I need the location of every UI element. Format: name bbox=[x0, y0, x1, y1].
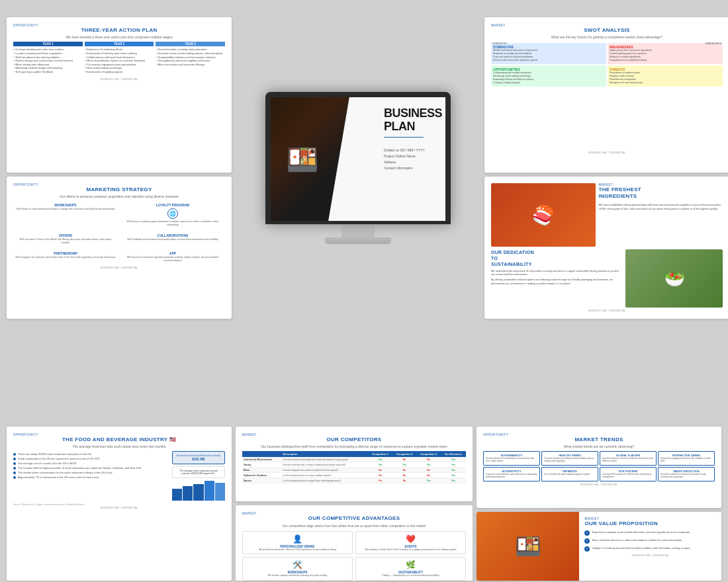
bottom-section: OPPORTUNITY THE FOOD AND BEVERAGE INDUST… bbox=[7, 427, 721, 575]
bar-4 bbox=[205, 481, 214, 501]
trend-authenticity: AUTHENTICITY Customers seek authentic su… bbox=[483, 467, 540, 481]
table-row: Menu Is there a separate menu section fo… bbox=[242, 468, 466, 473]
freshest-title: THE FRESHESTINGREDIENTS bbox=[599, 187, 723, 200]
right-bottom: OPPORTUNITY MARKET TRENDS What market tr… bbox=[477, 427, 721, 581]
monitor-base bbox=[325, 237, 391, 244]
stat-dot bbox=[13, 476, 16, 479]
stat-dot bbox=[13, 453, 16, 456]
year-1-content: Concept development and menu creation Lo… bbox=[13, 46, 83, 75]
trend-text: Leverage POS solutions for efficient ord… bbox=[602, 474, 654, 479]
slide-freshest-ingredients: 🍣 MARKET THE FRESHESTINGREDIENTS We have… bbox=[484, 177, 728, 319]
food-chart: Revenue for the Sushi Restaurant industr… bbox=[172, 451, 225, 501]
bar-5 bbox=[215, 483, 225, 501]
adv-icon-sustainability: 🌿 bbox=[359, 560, 463, 569]
three-year-subtitle: We have devised a three-year action plan… bbox=[13, 35, 225, 39]
year-item: Increase events (sushi-making classes, t… bbox=[156, 52, 224, 56]
loyalty-title: LOYALTY PROGRAM bbox=[122, 203, 223, 207]
bp-divider bbox=[384, 137, 424, 138]
slide-marketing-strategy: OPPORTUNITY MARKETING STRATEGY Our effor… bbox=[7, 177, 232, 319]
adv-personalized-text: We provide an interactive Taste the Chef… bbox=[246, 548, 349, 552]
app-text: We'll launch an interactive app that int… bbox=[122, 256, 223, 263]
year-item: Soft opening to gather feedback bbox=[14, 70, 82, 74]
value-point-1: ✓ Experience exquisite sushi crafted wit… bbox=[584, 530, 716, 536]
monitor-body: BUSINESS PLAN Drafted on DD / MM / YYYY … bbox=[265, 92, 451, 244]
workshops-text: Hold hands-on sushi-making workshops to … bbox=[15, 208, 116, 211]
food-title: THE FOOD AND BEVERAGE INDUSTRY 🇺🇸 bbox=[13, 436, 225, 443]
year-item: Kitchen design and construction commence… bbox=[14, 59, 82, 63]
feature-desc: Is it the restaurant known for unique ho… bbox=[281, 478, 368, 483]
slide-swot-analysis: MARKET SWOT ANALYSIS What are the key fa… bbox=[484, 17, 728, 173]
trends-footer: BUSINESS PLAN - CONFIDENTIAL bbox=[483, 483, 715, 486]
trend-text: Growing demand for sustainably sourced p… bbox=[486, 458, 537, 463]
marketing-workshops: WORKSHOPS Hold hands-on sushi-making wor… bbox=[13, 201, 118, 229]
trend-healthy: HEALTHY DINING Consumer preferences shif… bbox=[541, 451, 598, 466]
bp-contact: Contact Information bbox=[384, 165, 442, 171]
monitor-screen: BUSINESS PLAN Drafted on DD / MM / YYYY … bbox=[265, 92, 451, 224]
stat-dot bbox=[13, 462, 16, 465]
target-box: The average sushi restaurant annual reve… bbox=[172, 466, 225, 478]
adv-events: ❤️ EVENTS We introduce a Taste Sushi Che… bbox=[355, 531, 466, 555]
stat-dot bbox=[13, 458, 16, 460]
freshest-body-text: We have established strong partnerships … bbox=[599, 203, 723, 211]
adv-icon-events: ❤️ bbox=[359, 534, 463, 544]
collabs-title: COLLABORATIONS bbox=[122, 233, 223, 237]
comp2-val: No bbox=[392, 457, 416, 462]
marketing-app: APP We'll launch an interactive app that… bbox=[120, 249, 225, 265]
us-val: Yes bbox=[441, 473, 466, 478]
year-item: Menu diversification based on customer f… bbox=[85, 59, 154, 63]
business-plan-text: BUSINESS PLAN Drafted on DD / MM / YYYY … bbox=[384, 107, 442, 171]
slide-footer: BUSINESS PLAN - CONFIDENTIAL bbox=[13, 78, 225, 81]
comp-title: OUR COMPETITORS bbox=[242, 436, 466, 443]
comp1-val: Yes bbox=[368, 462, 392, 468]
feature-name: Sauces bbox=[242, 478, 281, 483]
food-footer: BUSINESS PLAN - CONFIDENTIAL bbox=[13, 507, 225, 509]
stat-1: There are nearly 20,000 sushi restaurant… bbox=[13, 452, 169, 456]
bar-chart bbox=[172, 481, 225, 501]
stat-dot bbox=[13, 472, 16, 474]
adv-events-text: We introduce a Taste Sushi Chef Tuesdays… bbox=[359, 548, 463, 552]
adv-workshops-text: We include culinary workshops featuring … bbox=[246, 574, 349, 577]
check-icon-2: ✓ bbox=[584, 538, 590, 544]
slide-competitors: MARKET OUR COMPETITORS Our business dist… bbox=[236, 427, 473, 501]
stat-text: The average cost of a sushi roll in the … bbox=[18, 462, 77, 465]
swot-question1: What are the key factors for gaining a c… bbox=[491, 35, 723, 39]
trend-text: Innovative solutions to minimize food wa… bbox=[660, 474, 712, 479]
sushi-background-image bbox=[271, 97, 375, 221]
comp2-val: Yes bbox=[392, 462, 416, 468]
swot-label-weaknesses: WEAKNESSES bbox=[705, 42, 721, 45]
comp3-val: No bbox=[416, 473, 440, 478]
stat-text: There are nearly 20,000 sushi restaurant… bbox=[18, 452, 92, 456]
swot-container: WEAKNESSES STRENGTHS STRENGTHS Skilled s… bbox=[491, 43, 723, 149]
year-2-col: YEAR 2 Expansion of marketing efforts In… bbox=[85, 42, 154, 75]
sushi-emoji-top: 🍣 bbox=[531, 204, 555, 226]
year-1-header: YEAR 1 bbox=[13, 42, 83, 46]
check-icon-1: ✓ bbox=[584, 530, 590, 536]
comp3-val: Yes bbox=[416, 478, 440, 483]
food-source: Source: Statista.com, Zippia, restaurant… bbox=[13, 503, 225, 506]
trend-text: Use of mobile and wallet integrated paym… bbox=[544, 474, 596, 476]
value-point-1-text: Experience exquisite sushi crafted with … bbox=[592, 530, 690, 534]
comp-col-3: Competitor 3 bbox=[416, 451, 440, 457]
stat-2: Sushi restaurants in the US are expected… bbox=[13, 457, 169, 460]
bp-draft: Drafted on DD / MM / YYYY bbox=[384, 147, 442, 153]
swot-right: WEAKNESSES Higher prices due to premium … bbox=[608, 43, 723, 149]
marketing-grid: WORKSHOPS Hold hands-on sushi-making wor… bbox=[13, 201, 225, 264]
salad-emoji: 🥗 bbox=[664, 269, 685, 289]
year-item: Menu innovation and seasonal offerings bbox=[156, 63, 224, 67]
comp1-val: No bbox=[368, 473, 392, 478]
adv-icon-workshops: 🛠️ bbox=[246, 560, 349, 569]
feature-name: Options for Omakase bbox=[242, 473, 281, 478]
feature-desc: Is there a separate menu section for glu… bbox=[281, 468, 368, 473]
marketing-footer: BUSINESS PLAN - CONFIDENTIAL bbox=[13, 267, 225, 269]
value-point-2-text: Savor authentic flavors in a vibrant atm… bbox=[592, 538, 682, 542]
swot-strengths: STRENGTHS Skilled sushi chefs with years… bbox=[491, 43, 606, 64]
marketing-collabs: COLLABORATIONS We'll establish well-reno… bbox=[120, 231, 225, 247]
bar-1 bbox=[172, 489, 182, 501]
slide-market-trends: OPPORTUNITY MARKET TRENDS What market tr… bbox=[477, 427, 721, 508]
sustainability-text: OUR DEDICATIONTOSUSTAINABILITY We unders… bbox=[491, 249, 622, 308]
adv-title: OUR COMPETITIVE ADVANTAGES bbox=[242, 515, 466, 522]
app-title: APP bbox=[122, 251, 223, 255]
value-footer: BUSINESS PLAN - CONFIDENTIAL bbox=[584, 554, 716, 557]
collabs-text: We'll establish well-renowned food partn… bbox=[122, 238, 223, 241]
swot-threats: THREATS Fluctuations in seafood prices N… bbox=[608, 65, 723, 87]
